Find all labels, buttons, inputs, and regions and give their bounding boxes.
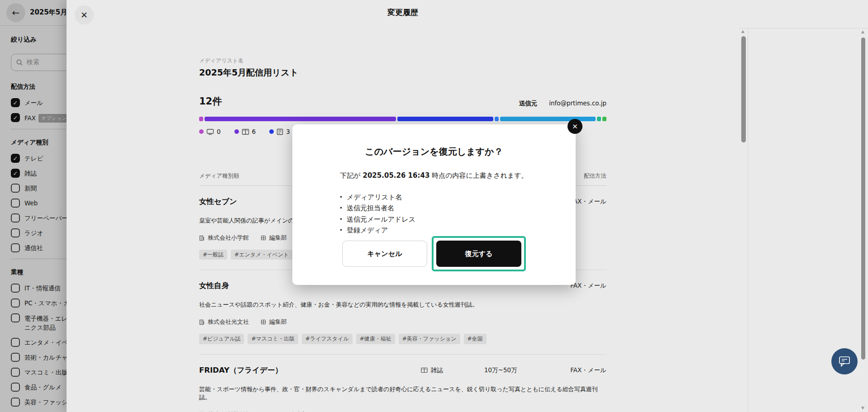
sort-label[interactable]: メディア種別順 — [199, 172, 239, 180]
delivery-method: FAX・メール — [552, 366, 606, 374]
tv-dot — [199, 129, 204, 134]
tv-icon — [206, 128, 214, 135]
media-list-name-label: メディアリスト名 — [199, 57, 606, 65]
circulation-cell: 10万~50万 — [484, 366, 552, 374]
chat-bubble-icon — [838, 355, 851, 367]
bar-segment — [397, 117, 493, 121]
tag-list: #ビジュアル誌 #マスコミ・出版 #ライフスタイル #健康・福祉 #美容・ファッ… — [199, 334, 606, 344]
click-highlight-ring: 復元する — [432, 236, 526, 271]
department: 編集部 — [261, 318, 287, 326]
tag-chip: #マスコミ・出版 — [248, 334, 298, 344]
bar-segment — [602, 117, 606, 121]
close-icon: ✕ — [572, 123, 578, 131]
main-content-scrollbar[interactable]: ▲ — [740, 28, 747, 412]
sender-label: 送信元 — [519, 99, 538, 108]
media-list-name: 2025年5月配信用リスト — [199, 67, 606, 79]
restore-confirm-dialog: ✕ このバージョンを復元しますか？ 下記が 2025.05.26 16:43 時… — [292, 124, 576, 285]
restore-datetime: 2025.05.26 16:43 — [363, 171, 430, 180]
publisher: 株式会社小学館 — [199, 234, 249, 242]
legend-tv: 0 — [199, 128, 221, 135]
divider — [748, 28, 748, 412]
magazine-icon — [421, 367, 428, 373]
legend-magazine: 6 — [234, 128, 256, 135]
bar-segment — [495, 117, 499, 121]
tag-chip: #ライフスタイル — [302, 334, 353, 344]
list-item: メディアリスト名 — [339, 192, 576, 203]
tag-chip: #全国 — [464, 334, 486, 344]
magazine-icon — [242, 128, 249, 135]
bar-segment — [597, 117, 601, 121]
publisher: 株式会社光文社 — [199, 318, 249, 326]
media-description: 芸能・スポーツ情報から事件、政・官・財界のスキャンダルまで読者の好奇心に応えるニ… — [199, 385, 606, 402]
media-row-friday: FRIDAY（フライデー） 雑誌 10万~50万 FAX・メール 芸能・スポーツ… — [199, 355, 606, 412]
bar-segment — [205, 117, 396, 121]
bar-segment — [199, 117, 203, 121]
restore-confirm-button[interactable]: 復元する — [436, 241, 521, 267]
media-title: FRIDAY（フライデー） — [199, 365, 421, 375]
tag-chip: #エンタメ・イベント — [231, 250, 292, 260]
tag-chip: #一般誌 — [199, 250, 227, 260]
page-scrollbar[interactable]: ▲ ▼ — [859, 26, 868, 412]
total-count: 12件 — [199, 95, 222, 108]
department-icon — [261, 235, 266, 241]
newspaper-dot — [269, 129, 274, 134]
tag-chip: #健康・福祉 — [356, 334, 395, 344]
media-description: 社会ニュースや話題のスポット紹介、健康・お金・美容などの実用的な情報を掲載してい… — [199, 301, 606, 309]
scrollbar-thumb[interactable] — [741, 36, 746, 142]
chat-support-button[interactable] — [831, 348, 858, 374]
department: 編集部 — [261, 234, 287, 242]
department-icon — [261, 319, 266, 325]
column-delivery: 配信方法 — [584, 172, 606, 180]
dialog-close-button[interactable]: ✕ — [568, 119, 582, 134]
cancel-button[interactable]: キャンセル — [342, 241, 427, 267]
tag-chip: #美容・ファッション — [399, 334, 460, 344]
scroll-up-arrow-icon[interactable]: ▲ — [741, 29, 744, 33]
dialog-title: このバージョンを復元しますか？ — [292, 146, 576, 158]
legend-newspaper: 3 — [269, 128, 290, 135]
list-item: 登録メディア — [339, 225, 576, 236]
overwrite-items-list: メディアリスト名 送信元担当者名 送信元メールアドレス 登録メディア — [339, 192, 576, 236]
magazine-dot — [234, 129, 239, 134]
sender-info: 送信元 info@prtimes.co.jp — [519, 99, 606, 108]
media-type-cell: 雑誌 — [421, 366, 484, 374]
company-icon — [199, 319, 205, 325]
tag-chip: #ビジュアル誌 — [199, 334, 244, 344]
company-icon — [199, 235, 205, 241]
scroll-down-arrow-icon[interactable]: ▼ — [861, 406, 864, 410]
scroll-up-arrow-icon[interactable]: ▲ — [861, 29, 864, 34]
dialog-body: 下記が 2025.05.26 16:43 時点の内容に上書きされます。 — [292, 171, 576, 180]
media-type-bar — [199, 117, 606, 121]
list-item: 送信元メールアドレス — [339, 214, 576, 225]
scrollbar-thumb[interactable] — [861, 38, 865, 360]
newspaper-icon — [277, 128, 283, 135]
sender-email: info@prtimes.co.jp — [549, 99, 606, 107]
bar-segment — [500, 117, 596, 121]
list-item: 送信元担当者名 — [339, 203, 576, 213]
modal-backdrop — [0, 0, 67, 412]
divider — [739, 28, 868, 28]
